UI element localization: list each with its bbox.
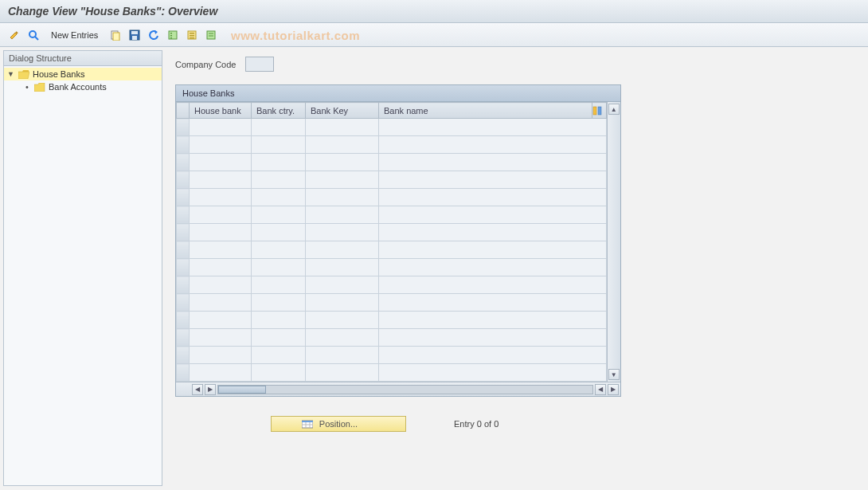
cell-bank-key[interactable] [306,171,379,189]
cell-bank-key[interactable] [306,312,379,329]
row-selector[interactable] [177,136,190,154]
cell-bank-name[interactable] [379,136,607,154]
cell-bank-ctry[interactable] [252,276,306,294]
cell-bank-ctry[interactable] [252,312,306,329]
new-entries-button[interactable]: New Entries [45,29,104,41]
cell-bank-ctry[interactable] [252,329,306,347]
cell-bank-name[interactable] [379,241,607,259]
cell-bank-name[interactable] [379,119,607,136]
tree-node-bank-accounts[interactable]: • Bank Accounts [4,80,162,93]
cell-house-bank[interactable] [190,224,252,241]
cell-bank-key[interactable] [306,119,379,136]
cell-bank-name[interactable] [379,312,607,329]
row-selector[interactable] [177,259,190,276]
row-selector[interactable] [177,119,190,136]
tree-node-house-banks[interactable]: ▼ House Banks [4,68,162,80]
cell-bank-name[interactable] [379,276,607,294]
cell-bank-ctry[interactable] [252,136,306,154]
scroll-up-icon[interactable]: ▲ [608,104,620,115]
table-row[interactable] [177,276,607,294]
table-row[interactable] [177,312,607,329]
cell-house-bank[interactable] [190,206,252,224]
cell-bank-name[interactable] [379,189,607,206]
cell-bank-key[interactable] [306,329,379,347]
cell-house-bank[interactable] [190,171,252,189]
row-selector[interactable] [177,364,190,382]
cell-bank-key[interactable] [306,189,379,206]
cell-house-bank[interactable] [190,136,252,154]
vertical-scrollbar[interactable]: ▲ ▼ [607,102,620,382]
cell-bank-name[interactable] [379,347,607,364]
cell-bank-key[interactable] [306,136,379,154]
cell-house-bank[interactable] [190,347,252,364]
cell-bank-ctry[interactable] [252,259,306,276]
cell-house-bank[interactable] [190,241,252,259]
table-row[interactable] [177,189,607,206]
cell-bank-ctry[interactable] [252,119,306,136]
cell-bank-key[interactable] [306,276,379,294]
cell-bank-name[interactable] [379,171,607,189]
cell-house-bank[interactable] [190,294,252,312]
table-row[interactable] [177,294,607,312]
print-icon[interactable] [203,27,219,43]
cell-bank-ctry[interactable] [252,294,306,312]
table-row[interactable] [177,241,607,259]
row-selector[interactable] [177,276,190,294]
cell-bank-name[interactable] [379,329,607,347]
col-header-bank-ctry[interactable]: Bank ctry. [252,103,306,119]
table-row[interactable] [177,259,607,276]
deselect-all-icon[interactable] [184,27,200,43]
cell-bank-key[interactable] [306,206,379,224]
col-header-house-bank[interactable]: House bank [190,103,252,119]
row-selector[interactable] [177,241,190,259]
company-code-input[interactable] [245,57,274,72]
cell-house-bank[interactable] [190,312,252,329]
hscroll-track[interactable] [217,385,593,394]
cell-bank-key[interactable] [306,347,379,364]
row-selector[interactable] [177,154,190,171]
undo-icon[interactable] [146,27,162,43]
other-entry-icon[interactable] [25,27,41,43]
cell-bank-name[interactable] [379,154,607,171]
position-button[interactable]: Position... [271,416,406,432]
cell-bank-key[interactable] [306,364,379,382]
row-selector-header[interactable] [177,103,190,119]
scroll-left-end-icon[interactable]: ◀ [595,384,606,395]
row-selector[interactable] [177,206,190,224]
row-selector[interactable] [177,189,190,206]
table-row[interactable] [177,206,607,224]
cell-bank-name[interactable] [379,364,607,382]
table-config-icon[interactable] [592,103,606,119]
cell-bank-ctry[interactable] [252,224,306,241]
cell-house-bank[interactable] [190,189,252,206]
row-selector[interactable] [177,171,190,189]
cell-bank-key[interactable] [306,154,379,171]
scroll-right-end-icon[interactable]: ▶ [608,384,619,395]
cell-house-bank[interactable] [190,276,252,294]
cell-bank-key[interactable] [306,294,379,312]
row-selector[interactable] [177,294,190,312]
table-row[interactable] [177,364,607,382]
cell-bank-name[interactable] [379,259,607,276]
table-row[interactable] [177,119,607,136]
horizontal-scrollbar[interactable]: ◀ ▶ ◀ ▶ [176,382,620,396]
cell-house-bank[interactable] [190,154,252,171]
table-row[interactable] [177,224,607,241]
save-icon[interactable] [127,27,143,43]
cell-house-bank[interactable] [190,259,252,276]
toggle-display-change-icon[interactable] [6,27,22,43]
cell-house-bank[interactable] [190,364,252,382]
cell-bank-ctry[interactable] [252,241,306,259]
cell-bank-name[interactable] [379,294,607,312]
cell-bank-ctry[interactable] [252,347,306,364]
select-all-icon[interactable] [165,27,181,43]
scroll-left-icon[interactable]: ◀ [192,384,203,395]
table-row[interactable] [177,329,607,347]
row-selector[interactable] [177,329,190,347]
col-header-bank-name[interactable]: Bank name [379,103,592,119]
row-selector[interactable] [177,224,190,241]
collapse-icon[interactable]: ▼ [7,70,15,78]
cell-bank-ctry[interactable] [252,206,306,224]
cell-bank-ctry[interactable] [252,189,306,206]
cell-bank-ctry[interactable] [252,364,306,382]
